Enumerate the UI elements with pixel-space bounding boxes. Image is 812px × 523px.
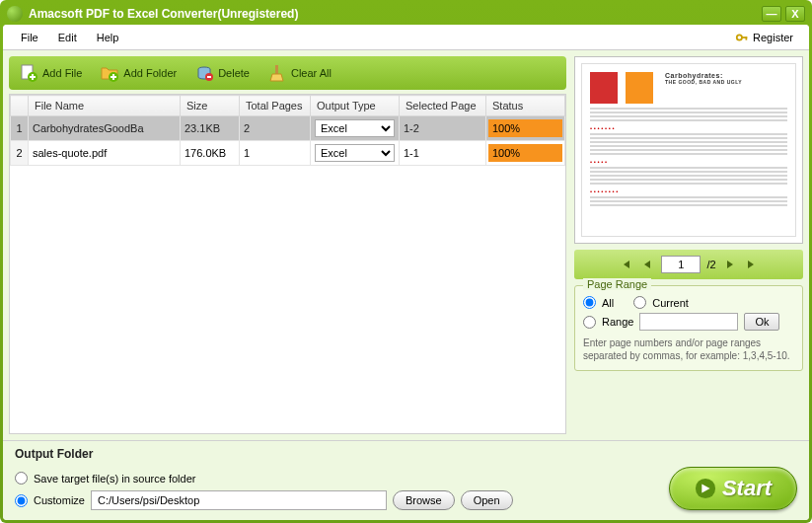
- delete-button[interactable]: Delete: [194, 63, 250, 83]
- preview-pane: Carbohydrates: THE GOOD, BAD AND UGLY • …: [574, 56, 803, 244]
- col-filename[interactable]: File Name: [29, 96, 181, 116]
- svg-rect-2: [746, 37, 748, 40]
- status-badge: 100%: [488, 144, 562, 162]
- svg-rect-8: [275, 65, 278, 74]
- output-folder-label: Output Folder: [15, 447, 797, 461]
- next-page-button[interactable]: [722, 257, 738, 272]
- page-input[interactable]: [661, 256, 701, 273]
- menu-edit[interactable]: Edit: [48, 28, 87, 47]
- minimize-button[interactable]: —: [762, 6, 781, 22]
- range-current-radio[interactable]: [633, 296, 646, 309]
- range-hint: Enter page numbers and/or page ranges se…: [583, 336, 794, 362]
- range-custom-radio[interactable]: [583, 316, 596, 329]
- col-outputtype[interactable]: Output Type: [311, 96, 400, 116]
- window-title: Amacsoft PDF to Excel Converter(Unregist…: [29, 7, 762, 21]
- range-all-radio[interactable]: [583, 296, 596, 309]
- register-label: Register: [753, 32, 793, 43]
- last-page-button[interactable]: [744, 257, 760, 272]
- open-button[interactable]: Open: [461, 490, 513, 510]
- toolbar: Add File Add Folder Delete Clear All: [9, 56, 566, 90]
- page-total: /2: [706, 259, 715, 270]
- register-link[interactable]: Register: [727, 27, 801, 48]
- start-button[interactable]: Start: [669, 467, 797, 510]
- output-path-input[interactable]: [91, 490, 387, 510]
- range-input[interactable]: [639, 313, 738, 331]
- prev-page-button[interactable]: [639, 257, 655, 272]
- col-status[interactable]: Status: [486, 96, 565, 116]
- save-in-source-radio[interactable]: [15, 472, 28, 485]
- add-folder-button[interactable]: Add Folder: [100, 63, 177, 83]
- col-size[interactable]: Size: [181, 96, 240, 116]
- output-type-select[interactable]: Excel: [315, 144, 395, 162]
- close-button[interactable]: X: [785, 6, 805, 22]
- col-selectedpage[interactable]: Selected Page: [400, 96, 486, 116]
- app-logo-icon: [7, 6, 23, 22]
- add-file-button[interactable]: Add File: [19, 63, 82, 83]
- pager: /2: [574, 250, 803, 279]
- file-table: File Name Size Total Pages Output Type S…: [10, 95, 565, 166]
- delete-icon: [194, 63, 214, 83]
- table-row[interactable]: 2 sales-quote.pdf 176.0KB 1 Excel 1-1 10…: [11, 141, 565, 166]
- start-arrow-icon: [695, 478, 716, 499]
- clear-all-icon: [267, 63, 287, 83]
- menu-help[interactable]: Help: [87, 28, 129, 47]
- add-folder-icon: [100, 63, 119, 83]
- browse-button[interactable]: Browse: [393, 490, 455, 510]
- menu-file[interactable]: File: [11, 28, 48, 47]
- key-icon: [735, 31, 749, 44]
- first-page-button[interactable]: [618, 257, 633, 272]
- output-type-select[interactable]: Excel: [315, 119, 395, 137]
- table-row[interactable]: 1 CarbohydratesGoodBa 23.1KB 2 Excel 1-2…: [11, 116, 565, 141]
- document-preview: Carbohydrates: THE GOOD, BAD AND UGLY • …: [581, 63, 796, 237]
- clear-all-button[interactable]: Clear All: [267, 63, 332, 83]
- status-badge: 100%: [488, 119, 562, 137]
- customize-radio[interactable]: [15, 494, 28, 507]
- page-range-group: Page Range All Current Range Ok Enter pa…: [574, 285, 803, 371]
- range-ok-button[interactable]: Ok: [744, 313, 779, 331]
- add-file-icon: [19, 63, 38, 83]
- col-totalpages[interactable]: Total Pages: [240, 96, 311, 116]
